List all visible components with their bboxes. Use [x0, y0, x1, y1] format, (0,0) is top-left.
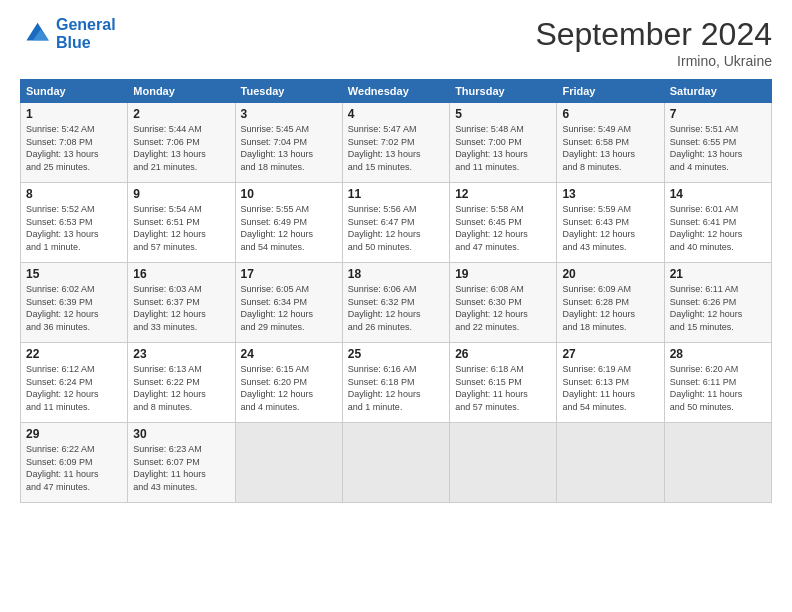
day-info: Sunrise: 5:44 AM Sunset: 7:06 PM Dayligh… — [133, 123, 229, 173]
day-number: 24 — [241, 347, 337, 361]
day-info: Sunrise: 6:09 AM Sunset: 6:28 PM Dayligh… — [562, 283, 658, 333]
day-number: 26 — [455, 347, 551, 361]
logo: General Blue — [20, 16, 116, 51]
day-cell: 4Sunrise: 5:47 AM Sunset: 7:02 PM Daylig… — [342, 103, 449, 183]
day-cell: 5Sunrise: 5:48 AM Sunset: 7:00 PM Daylig… — [450, 103, 557, 183]
day-cell: 13Sunrise: 5:59 AM Sunset: 6:43 PM Dayli… — [557, 183, 664, 263]
day-number: 14 — [670, 187, 766, 201]
col-header-tuesday: Tuesday — [235, 80, 342, 103]
day-info: Sunrise: 6:16 AM Sunset: 6:18 PM Dayligh… — [348, 363, 444, 413]
day-number: 6 — [562, 107, 658, 121]
day-info: Sunrise: 6:13 AM Sunset: 6:22 PM Dayligh… — [133, 363, 229, 413]
day-info: Sunrise: 6:19 AM Sunset: 6:13 PM Dayligh… — [562, 363, 658, 413]
day-number: 23 — [133, 347, 229, 361]
col-header-thursday: Thursday — [450, 80, 557, 103]
day-cell: 19Sunrise: 6:08 AM Sunset: 6:30 PM Dayli… — [450, 263, 557, 343]
day-cell: 30Sunrise: 6:23 AM Sunset: 6:07 PM Dayli… — [128, 423, 235, 503]
day-cell: 12Sunrise: 5:58 AM Sunset: 6:45 PM Dayli… — [450, 183, 557, 263]
day-cell — [342, 423, 449, 503]
logo-line1: General — [56, 16, 116, 33]
day-cell: 21Sunrise: 6:11 AM Sunset: 6:26 PM Dayli… — [664, 263, 771, 343]
day-cell: 17Sunrise: 6:05 AM Sunset: 6:34 PM Dayli… — [235, 263, 342, 343]
day-number: 25 — [348, 347, 444, 361]
logo-line2: Blue — [56, 34, 91, 51]
day-cell: 24Sunrise: 6:15 AM Sunset: 6:20 PM Dayli… — [235, 343, 342, 423]
day-info: Sunrise: 5:54 AM Sunset: 6:51 PM Dayligh… — [133, 203, 229, 253]
day-cell: 28Sunrise: 6:20 AM Sunset: 6:11 PM Dayli… — [664, 343, 771, 423]
day-cell: 3Sunrise: 5:45 AM Sunset: 7:04 PM Daylig… — [235, 103, 342, 183]
day-number: 1 — [26, 107, 122, 121]
day-info: Sunrise: 6:02 AM Sunset: 6:39 PM Dayligh… — [26, 283, 122, 333]
day-number: 12 — [455, 187, 551, 201]
calendar-table: SundayMondayTuesdayWednesdayThursdayFrid… — [20, 79, 772, 503]
day-cell: 23Sunrise: 6:13 AM Sunset: 6:22 PM Dayli… — [128, 343, 235, 423]
day-cell: 22Sunrise: 6:12 AM Sunset: 6:24 PM Dayli… — [21, 343, 128, 423]
week-row-2: 8Sunrise: 5:52 AM Sunset: 6:53 PM Daylig… — [21, 183, 772, 263]
day-info: Sunrise: 6:22 AM Sunset: 6:09 PM Dayligh… — [26, 443, 122, 493]
day-number: 28 — [670, 347, 766, 361]
day-cell: 8Sunrise: 5:52 AM Sunset: 6:53 PM Daylig… — [21, 183, 128, 263]
day-cell: 7Sunrise: 5:51 AM Sunset: 6:55 PM Daylig… — [664, 103, 771, 183]
day-cell — [450, 423, 557, 503]
col-header-friday: Friday — [557, 80, 664, 103]
col-header-wednesday: Wednesday — [342, 80, 449, 103]
day-cell: 9Sunrise: 5:54 AM Sunset: 6:51 PM Daylig… — [128, 183, 235, 263]
day-info: Sunrise: 5:51 AM Sunset: 6:55 PM Dayligh… — [670, 123, 766, 173]
title-block: September 2024 Irmino, Ukraine — [535, 16, 772, 69]
day-number: 18 — [348, 267, 444, 281]
page: General Blue September 2024 Irmino, Ukra… — [0, 0, 792, 612]
day-cell: 29Sunrise: 6:22 AM Sunset: 6:09 PM Dayli… — [21, 423, 128, 503]
day-info: Sunrise: 5:58 AM Sunset: 6:45 PM Dayligh… — [455, 203, 551, 253]
day-info: Sunrise: 6:15 AM Sunset: 6:20 PM Dayligh… — [241, 363, 337, 413]
day-cell — [557, 423, 664, 503]
day-info: Sunrise: 5:56 AM Sunset: 6:47 PM Dayligh… — [348, 203, 444, 253]
day-info: Sunrise: 6:05 AM Sunset: 6:34 PM Dayligh… — [241, 283, 337, 333]
day-info: Sunrise: 6:01 AM Sunset: 6:41 PM Dayligh… — [670, 203, 766, 253]
day-number: 19 — [455, 267, 551, 281]
week-row-1: 1Sunrise: 5:42 AM Sunset: 7:08 PM Daylig… — [21, 103, 772, 183]
day-cell: 11Sunrise: 5:56 AM Sunset: 6:47 PM Dayli… — [342, 183, 449, 263]
day-cell — [235, 423, 342, 503]
day-cell — [664, 423, 771, 503]
day-info: Sunrise: 6:11 AM Sunset: 6:26 PM Dayligh… — [670, 283, 766, 333]
day-info: Sunrise: 6:12 AM Sunset: 6:24 PM Dayligh… — [26, 363, 122, 413]
day-number: 11 — [348, 187, 444, 201]
day-info: Sunrise: 5:49 AM Sunset: 6:58 PM Dayligh… — [562, 123, 658, 173]
day-cell: 6Sunrise: 5:49 AM Sunset: 6:58 PM Daylig… — [557, 103, 664, 183]
logo-text: General Blue — [56, 16, 116, 51]
day-cell: 15Sunrise: 6:02 AM Sunset: 6:39 PM Dayli… — [21, 263, 128, 343]
day-number: 21 — [670, 267, 766, 281]
day-number: 10 — [241, 187, 337, 201]
day-number: 29 — [26, 427, 122, 441]
day-number: 15 — [26, 267, 122, 281]
day-cell: 10Sunrise: 5:55 AM Sunset: 6:49 PM Dayli… — [235, 183, 342, 263]
month-title: September 2024 — [535, 16, 772, 53]
day-number: 16 — [133, 267, 229, 281]
day-info: Sunrise: 5:42 AM Sunset: 7:08 PM Dayligh… — [26, 123, 122, 173]
col-header-saturday: Saturday — [664, 80, 771, 103]
day-number: 22 — [26, 347, 122, 361]
col-header-sunday: Sunday — [21, 80, 128, 103]
day-cell: 27Sunrise: 6:19 AM Sunset: 6:13 PM Dayli… — [557, 343, 664, 423]
day-number: 9 — [133, 187, 229, 201]
day-info: Sunrise: 6:08 AM Sunset: 6:30 PM Dayligh… — [455, 283, 551, 333]
location: Irmino, Ukraine — [535, 53, 772, 69]
week-row-3: 15Sunrise: 6:02 AM Sunset: 6:39 PM Dayli… — [21, 263, 772, 343]
day-info: Sunrise: 6:06 AM Sunset: 6:32 PM Dayligh… — [348, 283, 444, 333]
day-number: 4 — [348, 107, 444, 121]
day-number: 13 — [562, 187, 658, 201]
day-info: Sunrise: 6:23 AM Sunset: 6:07 PM Dayligh… — [133, 443, 229, 493]
day-cell: 26Sunrise: 6:18 AM Sunset: 6:15 PM Dayli… — [450, 343, 557, 423]
header-row: SundayMondayTuesdayWednesdayThursdayFrid… — [21, 80, 772, 103]
day-info: Sunrise: 5:47 AM Sunset: 7:02 PM Dayligh… — [348, 123, 444, 173]
logo-icon — [20, 18, 52, 50]
day-info: Sunrise: 5:45 AM Sunset: 7:04 PM Dayligh… — [241, 123, 337, 173]
day-number: 8 — [26, 187, 122, 201]
col-header-monday: Monday — [128, 80, 235, 103]
day-info: Sunrise: 6:20 AM Sunset: 6:11 PM Dayligh… — [670, 363, 766, 413]
day-info: Sunrise: 5:48 AM Sunset: 7:00 PM Dayligh… — [455, 123, 551, 173]
day-number: 17 — [241, 267, 337, 281]
day-cell: 18Sunrise: 6:06 AM Sunset: 6:32 PM Dayli… — [342, 263, 449, 343]
day-number: 30 — [133, 427, 229, 441]
day-info: Sunrise: 6:18 AM Sunset: 6:15 PM Dayligh… — [455, 363, 551, 413]
